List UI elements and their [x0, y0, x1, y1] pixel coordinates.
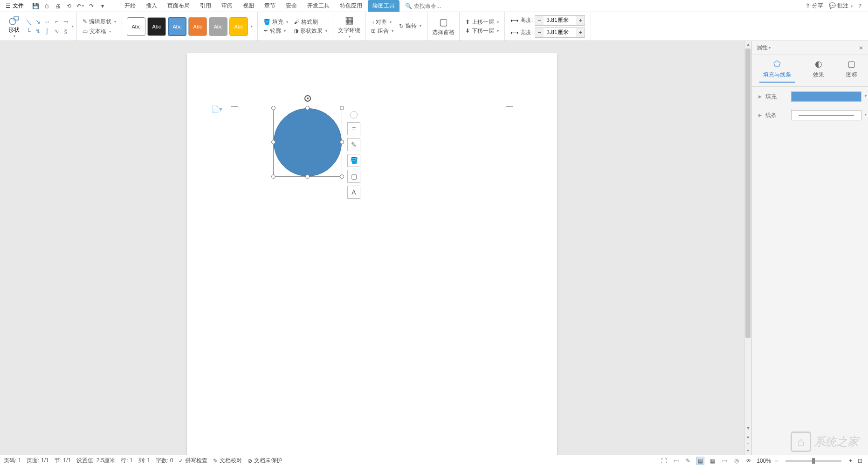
- tab-special[interactable]: 特色应用: [335, 0, 367, 12]
- handle-top-right[interactable]: [340, 106, 344, 110]
- status-section[interactable]: 节: 1/1: [55, 457, 71, 465]
- group-button[interactable]: ⊞ 组合▾: [371, 27, 393, 35]
- width-spinner[interactable]: − +: [535, 28, 585, 38]
- tab-page-layout[interactable]: 页面布局: [163, 0, 194, 12]
- text-options-icon[interactable]: A: [347, 186, 360, 199]
- eye-icon[interactable]: 👁: [744, 457, 753, 465]
- close-panel-icon[interactable]: ✕: [859, 45, 863, 51]
- style-swatch-4[interactable]: Abc: [188, 17, 207, 36]
- fit-page-icon[interactable]: ⊡: [856, 457, 864, 465]
- tab-security[interactable]: 安全: [281, 0, 302, 12]
- tab-references[interactable]: 引用: [195, 0, 216, 12]
- next-page-icon[interactable]: ▾: [747, 448, 749, 453]
- tab-drawing-tools[interactable]: 绘图工具: [368, 0, 400, 12]
- style-swatch-1[interactable]: Abc: [127, 17, 145, 36]
- fill-button[interactable]: 🪣 填充▾: [263, 18, 288, 26]
- fill-color-picker[interactable]: ▾: [791, 91, 861, 102]
- line-expand[interactable]: ▶线条: [758, 111, 791, 119]
- height-minus[interactable]: −: [535, 16, 544, 25]
- redo-icon[interactable]: ↷: [87, 2, 96, 10]
- curved-connector-icon[interactable]: ⤳: [62, 18, 70, 26]
- selection-pane-button[interactable]: ▢ 选择窗格: [430, 15, 456, 37]
- outline-view-icon[interactable]: ▭: [720, 457, 729, 465]
- status-page-no[interactable]: 页码: 1: [4, 457, 21, 465]
- send-backward-button[interactable]: ⬇ 下移一层▾: [465, 27, 499, 35]
- status-proofing[interactable]: ✎ 文档校对: [213, 457, 242, 465]
- width-plus[interactable]: +: [576, 28, 585, 37]
- share-button[interactable]: ⇪ 分享: [806, 2, 823, 10]
- rotate-button[interactable]: ↻ 旋转▾: [399, 22, 421, 30]
- edit-points-icon[interactable]: ✎: [347, 138, 360, 151]
- undo-icon[interactable]: ↶▾: [76, 2, 84, 10]
- handle-mid-right[interactable]: [340, 140, 344, 144]
- file-menu[interactable]: ☰ 文件: [2, 0, 28, 12]
- arrow-shape-icon[interactable]: ↘: [34, 18, 42, 26]
- zoom-value[interactable]: 100%: [757, 458, 771, 464]
- z-shape-icon[interactable]: ↯: [34, 27, 42, 35]
- shape-effects-button[interactable]: ◑ 形状效果▾: [294, 27, 327, 35]
- status-spellcheck[interactable]: ✓ 拼写检查: [179, 457, 207, 465]
- tab-review[interactable]: 审阅: [217, 0, 237, 12]
- s-shape-icon[interactable]: ∫: [43, 27, 51, 35]
- fullscreen-icon[interactable]: ⛶: [660, 457, 668, 465]
- style-swatch-2[interactable]: Abc: [147, 17, 166, 36]
- outline-mode-icon[interactable]: ✎: [684, 457, 692, 465]
- width-minus[interactable]: −: [535, 28, 544, 37]
- handle-top-mid[interactable]: [305, 106, 310, 110]
- print-icon[interactable]: 🖨: [54, 2, 62, 10]
- freeform-shape-icon[interactable]: §: [62, 27, 70, 35]
- tab-chapter[interactable]: 章节: [260, 0, 280, 12]
- wave-shape-icon[interactable]: ∿: [52, 27, 61, 35]
- outline-options-icon[interactable]: ▢: [347, 170, 360, 183]
- shape-gallery-dropdown[interactable]: ▾: [72, 24, 74, 28]
- read-mode-icon[interactable]: ▭: [672, 457, 680, 465]
- text-wrap-button[interactable]: ▦ 文字环绕▾: [336, 14, 362, 40]
- status-chars[interactable]: 字数: 0: [156, 457, 173, 465]
- edit-shape-button[interactable]: ✎ 编辑形状▾: [83, 18, 116, 26]
- command-search[interactable]: 🔍: [405, 2, 477, 10]
- scroll-thumb[interactable]: [745, 49, 751, 338]
- zoom-slider[interactable]: [785, 460, 841, 462]
- draft-view-icon[interactable]: ◎: [732, 457, 741, 465]
- status-page[interactable]: 页面: 1/1: [27, 457, 48, 465]
- scroll-down-icon[interactable]: ▾: [744, 424, 751, 432]
- bring-forward-button[interactable]: ⬆ 上移一层▾: [465, 18, 499, 26]
- line-style-picker[interactable]: ▾: [791, 110, 861, 120]
- zoom-out-icon[interactable]: −: [775, 458, 778, 464]
- layout-options-icon[interactable]: ≡: [347, 122, 360, 135]
- prop-tab-icon[interactable]: ▢ 图标: [842, 59, 861, 83]
- align-button[interactable]: ⫞ 对齐▾: [371, 18, 393, 26]
- status-protection[interactable]: ⊘ 文档未保护: [248, 457, 282, 465]
- style-swatch-6[interactable]: Abc: [229, 17, 248, 36]
- refresh-icon[interactable]: ⟲: [65, 2, 73, 10]
- help-icon[interactable]: ?: [858, 3, 861, 9]
- double-arrow-icon[interactable]: ↔: [43, 18, 51, 26]
- fill-expand[interactable]: ▶填充: [758, 93, 791, 101]
- height-spinner[interactable]: − +: [535, 15, 585, 26]
- tab-view[interactable]: 视图: [238, 0, 259, 12]
- page-layout-view-icon[interactable]: ▤: [696, 457, 704, 465]
- fill-color-icon[interactable]: 🪣: [347, 154, 360, 167]
- page-options-icon[interactable]: 📄▾: [211, 105, 222, 113]
- web-layout-icon[interactable]: ▦: [708, 457, 716, 465]
- elbow-connector-icon[interactable]: ⌐: [52, 18, 61, 26]
- search-input[interactable]: [412, 2, 477, 10]
- handle-bottom-right[interactable]: [340, 174, 344, 179]
- comments-button[interactable]: 💬 批注 ▾: [829, 2, 853, 10]
- handle-bottom-left[interactable]: [271, 174, 276, 179]
- selected-shape[interactable]: [274, 108, 342, 176]
- canvas-area[interactable]: 📄▾ − ≡ ✎ 🪣 ▢ A: [0, 41, 744, 455]
- prop-tab-fill-line[interactable]: ⬠ 填充与线条: [759, 59, 795, 83]
- save-icon[interactable]: 💾: [31, 2, 40, 10]
- select-browse-icon[interactable]: ◦: [747, 441, 749, 446]
- text-box-button[interactable]: ▭ 文本框▾: [83, 28, 116, 35]
- line-shape-icon[interactable]: ＼: [24, 18, 33, 26]
- style-gallery-dropdown[interactable]: ▾: [251, 24, 253, 28]
- print-preview-icon[interactable]: ⎙: [42, 2, 51, 10]
- style-swatch-5[interactable]: Abc: [209, 17, 227, 36]
- handle-mid-left[interactable]: [271, 140, 276, 144]
- prev-page-icon[interactable]: ▴: [747, 434, 749, 439]
- height-plus[interactable]: +: [576, 16, 585, 25]
- collapse-toolbar-icon[interactable]: −: [350, 111, 358, 118]
- outline-button[interactable]: ✒ 轮廓▾: [263, 27, 288, 35]
